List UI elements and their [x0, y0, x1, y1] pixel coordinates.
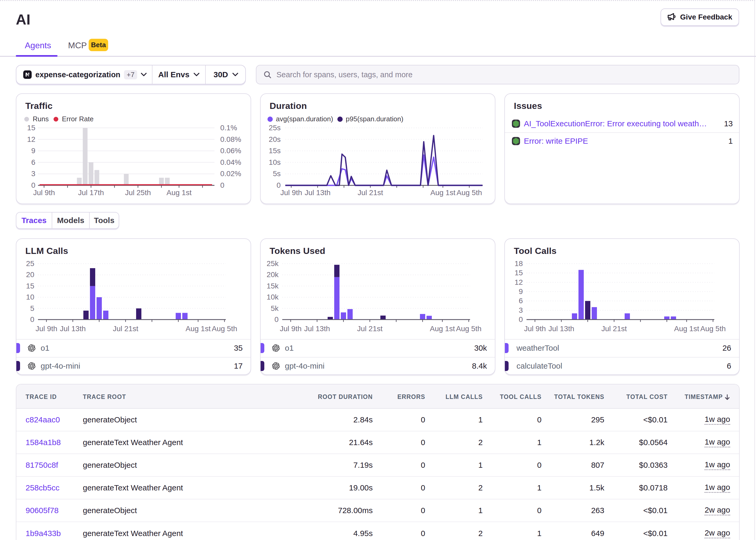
- svg-text:6: 6: [31, 158, 35, 166]
- svg-text:Aug 1st: Aug 1st: [430, 189, 456, 197]
- svg-text:Aug 5th: Aug 5th: [700, 325, 726, 333]
- svg-text:Jul 9th: Jul 9th: [280, 189, 302, 197]
- svg-text:3: 3: [519, 306, 523, 314]
- svg-text:Jul 13th: Jul 13th: [305, 189, 331, 197]
- svg-text:Jul 17th: Jul 17th: [78, 189, 104, 197]
- svg-text:Jul 21st: Jul 21st: [358, 189, 383, 197]
- svg-text:Jul 9th: Jul 9th: [33, 189, 55, 197]
- svg-text:0: 0: [31, 181, 35, 189]
- svg-text:15: 15: [515, 269, 523, 277]
- svg-text:20: 20: [26, 271, 34, 279]
- svg-text:15s: 15s: [269, 147, 281, 155]
- svg-text:Jul 13th: Jul 13th: [548, 325, 574, 333]
- svg-text:Aug 1st: Aug 1st: [186, 325, 211, 333]
- svg-text:25: 25: [26, 259, 34, 268]
- svg-text:Aug 5th: Aug 5th: [212, 325, 237, 333]
- svg-text:25s: 25s: [269, 124, 281, 132]
- svg-text:5: 5: [30, 304, 34, 313]
- svg-text:0: 0: [220, 181, 225, 189]
- svg-text:Jul 25th: Jul 25th: [125, 189, 151, 197]
- svg-text:Aug 1st: Aug 1st: [674, 325, 699, 333]
- svg-text:Jul 9th: Jul 9th: [280, 325, 302, 333]
- svg-text:Aug 1st: Aug 1st: [430, 325, 455, 333]
- svg-text:5s: 5s: [273, 170, 281, 178]
- svg-text:Aug 5th: Aug 5th: [456, 325, 482, 333]
- svg-text:Aug 5th: Aug 5th: [457, 189, 482, 197]
- svg-text:20k: 20k: [267, 271, 279, 279]
- svg-text:0.04%: 0.04%: [220, 158, 241, 166]
- svg-text:20s: 20s: [269, 135, 281, 143]
- svg-text:15: 15: [26, 282, 34, 290]
- svg-text:12: 12: [27, 135, 35, 143]
- svg-text:15k: 15k: [267, 282, 279, 290]
- svg-text:9: 9: [519, 287, 523, 296]
- svg-text:0.06%: 0.06%: [220, 147, 241, 155]
- svg-text:18: 18: [515, 259, 523, 268]
- svg-text:9: 9: [31, 147, 35, 155]
- svg-text:3: 3: [31, 170, 35, 178]
- svg-text:Jul 13th: Jul 13th: [60, 325, 86, 333]
- svg-text:25k: 25k: [267, 259, 279, 268]
- svg-text:5k: 5k: [271, 304, 279, 313]
- svg-text:Jul 21st: Jul 21st: [113, 325, 138, 333]
- svg-text:Jul 9th: Jul 9th: [524, 325, 546, 333]
- svg-text:0.02%: 0.02%: [220, 170, 241, 178]
- svg-text:10k: 10k: [267, 293, 279, 301]
- svg-text:15: 15: [27, 124, 35, 132]
- svg-text:0: 0: [30, 315, 34, 324]
- svg-text:10s: 10s: [269, 158, 281, 166]
- svg-text:6: 6: [519, 297, 523, 305]
- svg-text:Jul 21st: Jul 21st: [601, 325, 627, 333]
- svg-text:0: 0: [276, 181, 281, 189]
- svg-text:0: 0: [274, 315, 279, 324]
- svg-text:12: 12: [515, 278, 523, 286]
- svg-text:Jul 21st: Jul 21st: [357, 325, 383, 333]
- svg-text:Aug 1st: Aug 1st: [166, 189, 192, 197]
- svg-text:0: 0: [519, 315, 523, 324]
- svg-text:Jul 13th: Jul 13th: [304, 325, 330, 333]
- svg-text:Jul 9th: Jul 9th: [36, 325, 58, 333]
- svg-text:10: 10: [26, 293, 34, 301]
- svg-text:0.08%: 0.08%: [220, 135, 241, 143]
- svg-text:0.1%: 0.1%: [220, 124, 237, 132]
